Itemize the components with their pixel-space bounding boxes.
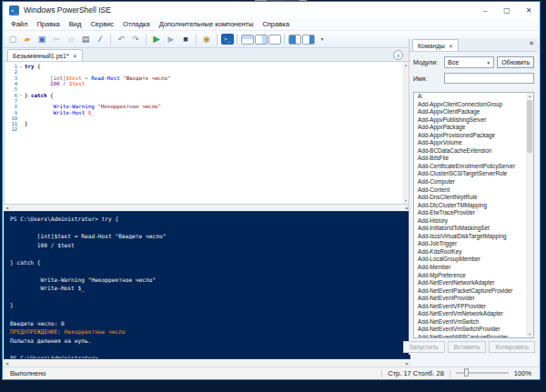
refresh-button[interactable]: Обновить xyxy=(497,56,534,68)
toolbar-overflow-button[interactable]: ▾ xyxy=(316,33,329,46)
toolbar-button[interactable] xyxy=(196,34,197,45)
menu-item[interactable]: Сервис xyxy=(86,18,118,31)
run-selection-button[interactable]: ▶ xyxy=(165,33,178,46)
zoom-slider-thumb[interactable] xyxy=(464,368,469,377)
show-script-pane-right-button[interactable] xyxy=(255,35,268,45)
command-list-item[interactable]: Add-BCDataCacheExtension xyxy=(414,147,533,156)
new-remote-powershell-tab-button[interactable]: ◉ xyxy=(200,33,214,46)
command-list-item[interactable]: A: xyxy=(414,93,533,101)
script-tab[interactable]: Безымянный1.ps1* ✕ xyxy=(7,49,83,61)
command-list-item[interactable]: Add-Member xyxy=(414,264,533,272)
editor-horizontal-scrollbar[interactable]: ◀▶ xyxy=(4,205,410,211)
command-list-item[interactable]: Add-KdsRootKey xyxy=(414,248,533,256)
fold-toggle-icon[interactable]: − xyxy=(17,65,25,69)
command-list-item[interactable]: Add-NetEventNetworkAdapter xyxy=(414,279,533,287)
command-list-item[interactable]: Add-AppvPublishingServer xyxy=(414,116,533,125)
toolbar-button[interactable] xyxy=(217,34,217,45)
toolbar-button[interactable] xyxy=(146,34,147,45)
menu-item[interactable]: Дополнительные компоненты xyxy=(155,18,258,31)
scroll-down-icon[interactable]: ▼ xyxy=(528,332,531,337)
script-editor[interactable]: 1 − try { 2 3 [int]$test = Read-Host "Вв… xyxy=(4,62,410,205)
cut-button[interactable]: ✂ xyxy=(50,33,64,46)
command-list-item[interactable]: Add-AppxPackage xyxy=(414,124,533,132)
scroll-up-icon[interactable]: ▲ xyxy=(528,94,531,98)
zoom-slider[interactable] xyxy=(456,372,509,374)
clear-console-button[interactable]: ∕ xyxy=(94,33,107,46)
command-list-item[interactable]: Add-CertificateEnrollmentPolicyServer xyxy=(414,163,533,171)
menu-item[interactable]: Отладка xyxy=(118,18,155,31)
command-list-item[interactable]: Add-JobTrigger xyxy=(414,240,533,248)
scroll-left-icon[interactable]: ◀ xyxy=(5,206,8,210)
commands-tab-close-icon[interactable]: ✕ xyxy=(449,43,453,49)
titlebar[interactable]: >_ Windows PowerShell ISE –▢✕ xyxy=(3,2,540,18)
commands-list[interactable]: A:Add-AppvClientConnectionGroupAdd-AppvC… xyxy=(413,92,534,338)
fold-toggle-icon[interactable]: − xyxy=(17,93,25,97)
show-script-pane-top-button[interactable] xyxy=(241,35,254,45)
command-list-item[interactable]: Add-NetEventProvider xyxy=(414,295,533,303)
menu-item[interactable]: Вид xyxy=(65,18,86,31)
command-list-item[interactable]: Add-NetEventVmNetworkAdapter xyxy=(414,310,533,318)
redo-button[interactable]: ↷ xyxy=(129,33,143,46)
console-horizontal-scrollbar[interactable]: ◀▶ xyxy=(4,360,410,367)
copy-command-button[interactable]: Копировать xyxy=(489,341,535,353)
menu-item[interactable]: Справка xyxy=(258,18,293,31)
save-script-button[interactable]: ▣ xyxy=(35,33,49,46)
show-command-addon-button[interactable] xyxy=(288,35,301,45)
command-list-item[interactable]: Add-Computer xyxy=(414,178,533,186)
console-pane[interactable]: PS C:\Users\Administrator> try { [int]$t… xyxy=(4,211,410,359)
run-command-button[interactable]: Запустить xyxy=(403,341,445,353)
new-script-button[interactable]: ▢ xyxy=(6,33,20,46)
command-list-item[interactable]: Add-AppxProvisionedPackage xyxy=(414,132,533,140)
start-powershell-button[interactable]: >_ xyxy=(221,34,234,45)
command-list-item[interactable]: Add-MpPreference xyxy=(414,272,533,280)
command-list-item[interactable]: Add-DnsClientNrptRule xyxy=(414,194,533,202)
show-addon-pane-button[interactable] xyxy=(302,35,315,45)
name-filter-input[interactable] xyxy=(444,73,534,84)
commands-tab[interactable]: Команды ✕ xyxy=(412,39,459,51)
command-list-item[interactable]: Add-ClusteriSCSITargetServerRole xyxy=(414,170,533,178)
modules-select[interactable]: Все ▼ xyxy=(444,56,494,68)
menu-item[interactable]: Правка xyxy=(32,18,64,31)
command-list-item[interactable]: Add-EtwTraceProvider xyxy=(414,209,533,217)
command-list-item[interactable]: Add-AppvClientPackage xyxy=(414,108,533,116)
close-button[interactable]: ✕ xyxy=(518,2,540,18)
command-list-item[interactable]: Add-AppxVolume xyxy=(414,139,533,147)
code-line[interactable]: 12 xyxy=(5,126,410,132)
command-list-item[interactable]: Add-Content xyxy=(414,186,533,195)
menu-item[interactable]: Файл xyxy=(6,18,32,31)
stop-operation-button[interactable]: ■ xyxy=(179,33,193,46)
command-list-item[interactable]: Add-AppvClientConnectionGroup xyxy=(414,101,533,109)
toolbar-button[interactable] xyxy=(110,34,111,45)
copy-button[interactable]: ▱ xyxy=(65,33,78,46)
command-list-item[interactable]: Add-InitiatorIdToMaskingSet xyxy=(414,225,533,233)
toolbar-button[interactable] xyxy=(284,34,285,45)
command-list-item[interactable]: Add-NetEventWFPCaptureProvider xyxy=(414,334,533,338)
command-list-item[interactable]: Add-NetEventVmSwitch xyxy=(414,318,533,327)
console-line xyxy=(10,293,410,302)
commands-panel-close-icon[interactable]: ✕ xyxy=(529,40,534,47)
scrollbar-thumb[interactable] xyxy=(527,100,532,153)
command-list-item[interactable]: Add-NetEventVmSwitchProvider xyxy=(414,326,533,334)
command-list-item[interactable]: Add-NetEventVFPProvider xyxy=(414,303,533,311)
scroll-right-icon[interactable]: ▶ xyxy=(406,361,409,366)
command-list-item[interactable]: Add-History xyxy=(414,217,533,226)
scroll-left-icon[interactable]: ◀ xyxy=(5,361,8,366)
open-script-button[interactable]: ▰ xyxy=(21,33,35,46)
run-script-button[interactable]: ▶ xyxy=(150,33,164,46)
insert-command-button[interactable]: Вставить xyxy=(448,341,487,353)
show-script-pane-maximized-button[interactable] xyxy=(268,35,281,45)
scroll-up-icon[interactable]: ▲ xyxy=(404,63,408,67)
collapse-script-pane-button[interactable]: ∧ xyxy=(393,50,403,60)
minimize-button[interactable]: – xyxy=(474,2,496,18)
command-list-item[interactable]: Add-IscsiVirtualDiskTargetMapping xyxy=(414,233,533,241)
scroll-down-icon[interactable]: ▼ xyxy=(404,198,408,203)
command-list-item[interactable]: Add-DtcClusterTMMapping xyxy=(414,202,533,210)
command-list-item[interactable]: Add-BitsFile xyxy=(414,155,533,163)
command-list-item[interactable]: Add-LocalGroupMember xyxy=(414,256,533,264)
paste-button[interactable]: ▤ xyxy=(79,33,93,46)
maximize-button[interactable]: ▢ xyxy=(496,2,518,18)
toolbar-button[interactable] xyxy=(237,34,238,45)
script-tab-close-icon[interactable]: ✕ xyxy=(73,53,77,59)
undo-button[interactable]: ↶ xyxy=(115,33,128,46)
command-list-item[interactable]: Add-NetEventPacketCaptureProvider xyxy=(414,287,533,296)
